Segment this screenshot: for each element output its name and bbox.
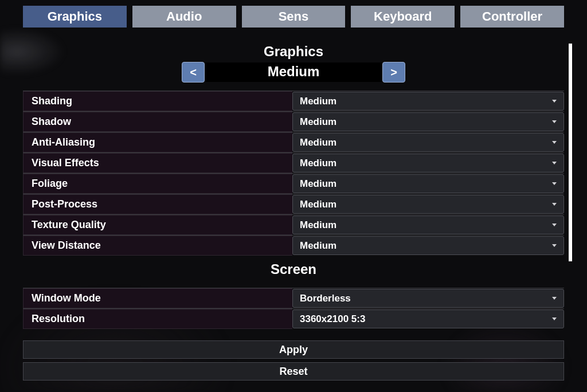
- graphics-setting-select-value: Medium: [300, 219, 336, 231]
- graphics-setting-select[interactable]: Medium: [292, 174, 564, 193]
- chevron-down-icon: [552, 203, 557, 206]
- chevron-down-icon: [552, 317, 557, 320]
- graphics-setting-row: ShadowMedium: [23, 111, 564, 132]
- graphics-preset-selector: < Medium >: [23, 62, 564, 83]
- screen-settings-list: Window ModeBorderlessResolution3360x2100…: [23, 288, 564, 329]
- graphics-setting-label: Shading: [23, 91, 292, 111]
- chevron-down-icon: [552, 244, 557, 247]
- graphics-setting-select[interactable]: Medium: [292, 215, 564, 234]
- screen-setting-label: Resolution: [23, 309, 292, 329]
- graphics-setting-select[interactable]: Medium: [292, 112, 564, 131]
- screen-setting-label: Window Mode: [23, 288, 292, 308]
- graphics-setting-select-value: Medium: [300, 178, 336, 190]
- graphics-setting-row: Anti-AliasingMedium: [23, 132, 564, 152]
- graphics-setting-select-value: Medium: [300, 199, 336, 210]
- screen-setting-select[interactable]: 3360x2100 5:3: [292, 309, 564, 328]
- graphics-setting-row: ShadingMedium: [23, 91, 564, 111]
- tab-keyboard[interactable]: Keyboard: [351, 6, 455, 28]
- scrollbar[interactable]: [569, 44, 572, 261]
- chevron-down-icon: [552, 224, 557, 226]
- graphics-section-title: Graphics: [23, 44, 564, 60]
- screen-setting-select-value: 3360x2100 5:3: [300, 313, 365, 325]
- graphics-setting-select-value: Medium: [300, 96, 336, 107]
- graphics-setting-label: Anti-Aliasing: [23, 132, 292, 152]
- screen-setting-row: Resolution3360x2100 5:3: [23, 308, 564, 329]
- chevron-down-icon: [552, 162, 557, 164]
- reset-button[interactable]: Reset: [23, 362, 564, 381]
- preset-value: Medium: [205, 62, 382, 82]
- graphics-setting-select-value: Medium: [300, 158, 336, 169]
- apply-button[interactable]: Apply: [23, 340, 564, 359]
- graphics-setting-row: Post-ProcessMedium: [23, 194, 564, 214]
- graphics-setting-select[interactable]: Medium: [292, 133, 564, 152]
- graphics-setting-row: View DistanceMedium: [23, 235, 564, 256]
- graphics-setting-label: Foliage: [23, 174, 292, 194]
- chevron-down-icon: [552, 141, 557, 144]
- graphics-setting-select-value: Medium: [300, 240, 336, 252]
- graphics-setting-select[interactable]: Medium: [292, 236, 564, 255]
- graphics-setting-label: Shadow: [23, 112, 292, 132]
- graphics-setting-select[interactable]: Medium: [292, 154, 564, 173]
- graphics-setting-row: FoliageMedium: [23, 173, 564, 194]
- graphics-settings-list: ShadingMediumShadowMediumAnti-AliasingMe…: [23, 91, 564, 256]
- chevron-down-icon: [552, 120, 557, 123]
- screen-setting-select-value: Borderless: [300, 293, 351, 304]
- chevron-down-icon: [552, 297, 557, 300]
- chevron-down-icon: [552, 100, 557, 103]
- screen-setting-select[interactable]: Borderless: [292, 289, 564, 308]
- graphics-setting-row: Texture QualityMedium: [23, 214, 564, 235]
- tab-audio[interactable]: Audio: [132, 6, 236, 28]
- graphics-setting-label: Post-Process: [23, 194, 292, 214]
- preset-prev-button[interactable]: <: [182, 62, 205, 83]
- graphics-setting-label: View Distance: [23, 236, 292, 256]
- graphics-setting-row: Visual EffectsMedium: [23, 152, 564, 173]
- preset-next-button[interactable]: >: [382, 62, 405, 83]
- graphics-setting-select-value: Medium: [300, 116, 336, 128]
- settings-tabs: Graphics Audio Sens Keyboard Controller: [0, 0, 587, 28]
- tab-sens[interactable]: Sens: [242, 6, 346, 28]
- graphics-setting-label: Texture Quality: [23, 215, 292, 235]
- screen-setting-row: Window ModeBorderless: [23, 288, 564, 308]
- screen-section-title: Screen: [23, 261, 564, 277]
- tab-controller[interactable]: Controller: [460, 6, 564, 28]
- graphics-setting-label: Visual Effects: [23, 153, 292, 173]
- tab-graphics[interactable]: Graphics: [23, 6, 127, 28]
- graphics-setting-select[interactable]: Medium: [292, 195, 564, 214]
- graphics-setting-select[interactable]: Medium: [292, 92, 564, 111]
- chevron-down-icon: [552, 182, 557, 185]
- graphics-setting-select-value: Medium: [300, 137, 336, 148]
